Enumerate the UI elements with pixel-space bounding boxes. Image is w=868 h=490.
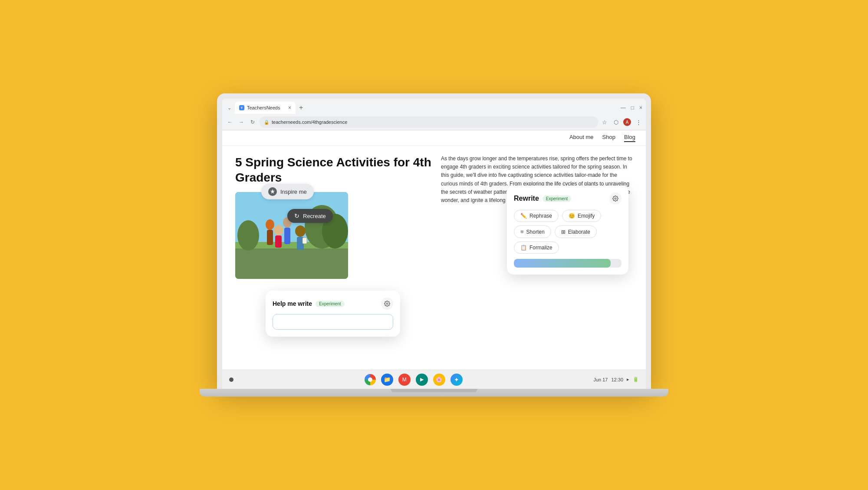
nav-about[interactable]: About me <box>569 134 594 142</box>
laptop-base <box>200 389 668 397</box>
url-text: teacherneeds.com/4thgradescience <box>272 119 347 125</box>
address-bar: ← → ↻ 🔒 teacherneeds.com/4thgradescience… <box>222 114 646 130</box>
new-tab-button[interactable]: + <box>297 104 305 112</box>
svg-point-16 <box>386 303 388 305</box>
rewrite-title: Rewrite <box>514 195 539 202</box>
tab-bar: ⌄ T TeachersNeeds × + — □ × <box>222 99 646 114</box>
formalize-button[interactable]: 📋 Formalize <box>514 242 559 254</box>
rephrase-icon: ✏️ <box>520 213 527 219</box>
rewrite-settings-button[interactable] <box>609 192 621 205</box>
taskbar-gmail-icon[interactable]: M <box>398 374 411 386</box>
elaborate-button[interactable]: ⊞ Elaborate <box>555 225 597 238</box>
inspire-me-button[interactable]: Inspire me <box>261 184 314 199</box>
bookmark-icon[interactable]: ☆ <box>601 118 608 126</box>
emojify-icon: 😊 <box>569 213 575 219</box>
url-bar[interactable]: 🔒 teacherneeds.com/4thgradescience <box>260 116 598 128</box>
help-write-experiment-badge: Experiment <box>316 301 345 307</box>
taskbar-gemini-icon[interactable]: ✦ <box>450 374 463 386</box>
browser-chrome: ⌄ T TeachersNeeds × + — □ × <box>222 99 646 130</box>
rewrite-buttons: ✏️ Rephrase 😊 Emojify ≡ Shorten ⊞ Elabor… <box>514 210 621 254</box>
rewrite-experiment-badge: Experiment <box>542 195 572 202</box>
rephrase-button[interactable]: ✏️ Rephrase <box>514 210 559 222</box>
taskbar-left <box>229 377 233 382</box>
laptop-shell: ⌄ T TeachersNeeds × + — □ × <box>217 93 651 389</box>
extension-icon[interactable]: ⬡ <box>612 118 620 126</box>
tab-dropdown-arrow[interactable]: ⌄ <box>226 105 233 111</box>
tab-favicon: T <box>239 105 244 110</box>
profile-icon[interactable]: A <box>623 118 631 126</box>
help-write-header: Help me write Experiment <box>273 298 393 310</box>
window-controls: — □ × <box>621 105 642 111</box>
tab-close-button[interactable]: × <box>288 105 291 111</box>
svg-rect-7 <box>267 230 273 245</box>
svg-point-12 <box>274 225 283 235</box>
taskbar-time: 12:30 <box>611 377 623 382</box>
svg-point-10 <box>295 225 306 237</box>
rewrite-panel: Rewrite Experiment ✏️ Rephrase <box>507 185 628 275</box>
menu-icon[interactable]: ⋮ <box>635 118 642 126</box>
rephrase-label: Rephrase <box>529 213 552 219</box>
recreate-icon: ↻ <box>294 212 299 219</box>
svg-point-5 <box>237 220 259 251</box>
tab-label: TeachersNeeds <box>247 105 280 110</box>
close-button[interactable]: × <box>639 105 642 111</box>
recreate-button[interactable]: ↻ Recreate <box>287 209 333 223</box>
nav-shop[interactable]: Shop <box>602 134 615 142</box>
svg-rect-9 <box>284 228 290 244</box>
help-write-title-group: Help me write Experiment <box>273 300 345 307</box>
refresh-button[interactable]: ↻ <box>248 118 257 126</box>
article-image <box>235 192 348 279</box>
laptop-screen: ⌄ T TeachersNeeds × + — □ × <box>222 99 646 389</box>
elaborate-label: Elaborate <box>568 229 590 235</box>
nav-blog[interactable]: Blog <box>624 134 635 142</box>
inspire-me-label: Inspire me <box>280 189 307 195</box>
svg-point-6 <box>266 219 274 230</box>
taskbar-photos-icon[interactable]: 🌸 <box>433 374 445 386</box>
elaborate-icon: ⊞ <box>561 229 566 235</box>
taskbar-files-icon[interactable]: 📁 <box>381 374 393 386</box>
taskbar-right: Jun 17 12:30 ▸ 🔋 <box>593 377 639 382</box>
shorten-icon: ≡ <box>520 228 524 235</box>
minimize-button[interactable]: — <box>621 105 626 111</box>
emojify-button[interactable]: 😊 Emojify <box>562 210 601 222</box>
help-me-write-title: Help me write <box>273 300 312 307</box>
wifi-icon: ▸ <box>627 377 629 382</box>
progress-bar-fill <box>514 259 611 268</box>
svg-rect-13 <box>275 235 282 248</box>
rewrite-title-group: Rewrite Experiment <box>514 195 571 202</box>
taskbar-center: 📁 M ▶ 🌸 ✦ <box>365 374 463 386</box>
inspire-me-icon <box>268 187 277 196</box>
recreate-label: Recreate <box>303 213 326 219</box>
help-write-settings-button[interactable] <box>381 298 393 310</box>
battery-icon: 🔋 <box>633 377 639 382</box>
lock-icon: 🔒 <box>264 120 269 125</box>
toolbar-icons: ☆ ⬡ A ⋮ <box>601 118 642 126</box>
help-write-input[interactable] <box>273 314 393 330</box>
back-button[interactable]: ← <box>226 118 234 126</box>
shorten-button[interactable]: ≡ Shorten <box>514 225 551 238</box>
taskbar-date: Jun 17 <box>593 377 608 382</box>
formalize-label: Formalize <box>529 245 552 251</box>
svg-rect-14 <box>302 238 307 244</box>
emojify-label: Emojify <box>578 213 595 219</box>
formalize-icon: 📋 <box>520 245 527 251</box>
taskbar-dot <box>229 377 233 382</box>
taskbar-chrome-icon[interactable] <box>365 374 376 385</box>
svg-point-15 <box>615 198 616 199</box>
page-nav: About me Shop Blog <box>222 130 646 146</box>
forward-button[interactable]: → <box>237 118 246 126</box>
laptop-notch <box>391 389 477 392</box>
maximize-button[interactable]: □ <box>631 105 634 111</box>
progress-bar-container <box>514 259 621 268</box>
browser-tab[interactable]: T TeachersNeeds × <box>235 102 296 114</box>
help-me-write-panel: Help me write Experiment <box>266 291 400 337</box>
shorten-label: Shorten <box>526 229 545 235</box>
taskbar-meet-icon[interactable]: ▶ <box>416 374 428 386</box>
rewrite-header: Rewrite Experiment <box>514 192 621 205</box>
taskbar: 📁 M ▶ 🌸 ✦ Jun 17 12:30 ▸ 🔋 <box>222 370 646 389</box>
article-title: 5 Spring Science Activities for 4th Grad… <box>235 155 434 185</box>
